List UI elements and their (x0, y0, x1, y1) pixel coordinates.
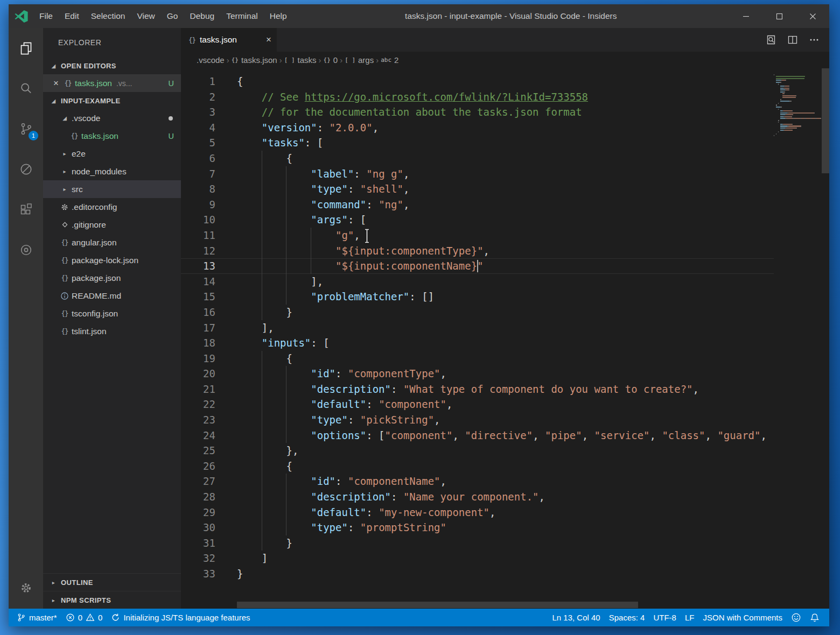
code-line-8[interactable]: 8 "type": "shell", (181, 181, 774, 197)
code-line-15[interactable]: 15 "problemMatcher": [] (181, 289, 774, 305)
file-package-json[interactable]: {}package.json (43, 269, 181, 287)
menu-file[interactable]: File (33, 4, 59, 28)
line-number[interactable]: 28 (181, 489, 215, 505)
status-eol[interactable]: LF (681, 609, 699, 626)
activity-source-control-icon[interactable]: 1 (9, 109, 43, 149)
code-line-26[interactable]: 26 { (181, 458, 774, 474)
code-line-32[interactable]: 32 ] (181, 551, 774, 566)
code-line-20[interactable]: 20 "id": "componentType", (181, 366, 774, 382)
line-number[interactable]: 30 (181, 520, 215, 535)
code-line-4[interactable]: 4 "version": "2.0.0", (181, 120, 774, 136)
menu-edit[interactable]: Edit (59, 4, 85, 28)
menu-go[interactable]: Go (161, 4, 184, 28)
line-number[interactable]: 13 (181, 258, 215, 274)
line-number[interactable]: 2 (181, 89, 215, 105)
project-root-header[interactable]: ◢ INPUT-EXAMPLE (43, 92, 181, 109)
line-number[interactable]: 21 (181, 382, 215, 397)
line-number[interactable]: 33 (181, 566, 215, 582)
code-line-12[interactable]: 12 "${input:componentType}", (181, 243, 774, 259)
menu-debug[interactable]: Debug (184, 4, 220, 28)
line-number[interactable]: 27 (181, 474, 215, 489)
file-readme-md[interactable]: README.md (43, 287, 181, 305)
line-number[interactable]: 20 (181, 366, 215, 382)
line-number[interactable]: 4 (181, 120, 215, 136)
activity-extension-view-icon[interactable] (9, 230, 43, 270)
line-number[interactable]: 3 (181, 104, 215, 120)
open-editors-header[interactable]: ◢ OPEN EDITORS (43, 57, 181, 74)
file-tsconfig-json[interactable]: {}tsconfig.json (43, 305, 181, 322)
breadcrumb-2[interactable]: abc2 (381, 55, 398, 65)
status-encoding[interactable]: UTF-8 (649, 609, 681, 626)
line-number[interactable]: 12 (181, 243, 215, 259)
file-tslint-json[interactable]: {}tslint.json (43, 322, 181, 340)
code-line-13[interactable]: 13 "${input:componentName}" (181, 258, 774, 274)
line-number[interactable]: 1 (181, 74, 215, 89)
status-git-branch[interactable]: master* (17, 609, 61, 626)
code-line-25[interactable]: 25 }, (181, 443, 774, 458)
open-editor-tasks-json[interactable]: ×{}tasks.json.vs...U (43, 74, 181, 92)
breadcrumb-vscode[interactable]: .vscode (197, 55, 225, 65)
code-line-7[interactable]: 7 "label": "ng g", (181, 166, 774, 182)
folder-vscode[interactable]: ◢.vscode (43, 109, 181, 127)
line-number[interactable]: 5 (181, 135, 215, 151)
code-line-10[interactable]: 10 "args": [ (181, 212, 774, 228)
section-outline[interactable]: ▸OUTLINE (43, 573, 181, 591)
line-number[interactable]: 24 (181, 428, 215, 443)
status-indentation[interactable]: Spaces: 4 (605, 609, 649, 626)
code-line-28[interactable]: 28 "description": "Name your component."… (181, 489, 774, 505)
tab-close-icon[interactable]: × (266, 34, 271, 45)
code-line-9[interactable]: 9 "command": "ng", (181, 197, 774, 213)
code-line-1[interactable]: 1{ (181, 74, 774, 89)
activity-search-icon[interactable] (9, 68, 43, 109)
code-line-19[interactable]: 19 { (181, 351, 774, 366)
code-line-23[interactable]: 23 "type": "pickString", (181, 412, 774, 428)
file-gitignore[interactable]: .gitignore (43, 216, 181, 234)
search-editor-icon[interactable] (760, 28, 782, 52)
line-number[interactable]: 6 (181, 151, 215, 166)
minimap[interactable] (774, 74, 822, 137)
code-line-5[interactable]: 5 "tasks": [ (181, 135, 774, 151)
status-ts-language-status[interactable]: Initializing JS/TS language features (107, 609, 254, 626)
activity-explorer-icon[interactable] (9, 28, 43, 68)
file-editorconfig[interactable]: .editorconfig (43, 198, 181, 216)
horizontal-scrollbar-thumb[interactable] (237, 602, 638, 608)
line-number[interactable]: 25 (181, 443, 215, 458)
folder-node-modules[interactable]: ▸node_modules (43, 163, 181, 180)
line-number[interactable]: 17 (181, 320, 215, 336)
status-problems[interactable]: 00 (61, 609, 107, 626)
breadcrumb-0[interactable]: {}0 (324, 55, 338, 65)
more-actions-icon[interactable] (803, 28, 825, 52)
activity-debug-icon[interactable] (9, 149, 43, 189)
file-tasks-json[interactable]: {}tasks.jsonU (43, 127, 181, 145)
code-line-31[interactable]: 31 } (181, 535, 774, 551)
line-number[interactable]: 10 (181, 212, 215, 228)
line-number[interactable]: 7 (181, 166, 215, 182)
code-line-24[interactable]: 24 "options": ["component", "directive",… (181, 428, 774, 443)
line-number[interactable]: 15 (181, 289, 215, 305)
menu-selection[interactable]: Selection (85, 4, 131, 28)
vertical-scrollbar-thumb[interactable] (822, 68, 829, 173)
status-cursor-position[interactable]: Ln 13, Col 40 (548, 609, 604, 626)
code-line-29[interactable]: 29 "default": "my-new-component", (181, 505, 774, 520)
code-line-21[interactable]: 21 "description": "What type of componen… (181, 382, 774, 397)
line-number[interactable]: 16 (181, 305, 215, 320)
line-number[interactable]: 29 (181, 505, 215, 520)
line-number[interactable]: 8 (181, 181, 215, 197)
folder-src[interactable]: ▸src (43, 180, 181, 198)
menu-terminal[interactable]: Terminal (220, 4, 264, 28)
code-line-11[interactable]: 11 "g", (181, 228, 774, 243)
line-number[interactable]: 9 (181, 197, 215, 213)
close-button[interactable] (796, 4, 829, 28)
section-npm-scripts[interactable]: ▸NPM SCRIPTS (43, 591, 181, 609)
breadcrumb-tasks-json[interactable]: {}tasks.json (232, 55, 277, 65)
file-angular-json[interactable]: {}angular.json (43, 234, 181, 251)
code-line-27[interactable]: 27 "id": "componentName", (181, 474, 774, 489)
folder-e2e[interactable]: ▸e2e (43, 145, 181, 163)
code-line-33[interactable]: 33} (181, 566, 774, 582)
code-line-18[interactable]: 18 "inputs": [ (181, 335, 774, 351)
minimize-button[interactable] (729, 4, 762, 28)
split-editor-icon[interactable] (782, 28, 803, 52)
breadcrumb-tasks[interactable]: [ ]tasks (284, 55, 317, 65)
status-feedback[interactable] (787, 609, 806, 626)
line-number[interactable]: 26 (181, 458, 215, 474)
